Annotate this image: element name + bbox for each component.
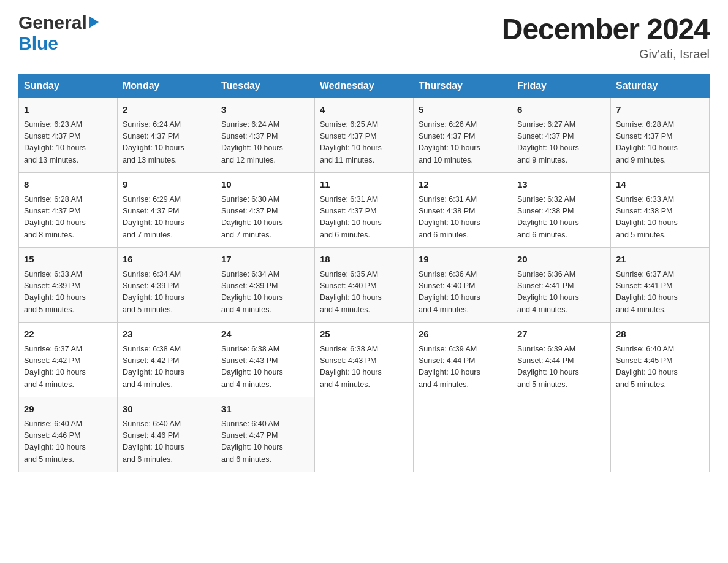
day-number: 16 [123, 253, 211, 267]
calendar-cell: 11Sunrise: 6:31 AMSunset: 4:37 PMDayligh… [315, 173, 414, 248]
calendar-cell: 28Sunrise: 6:40 AMSunset: 4:45 PMDayligh… [611, 323, 710, 397]
day-number: 9 [123, 178, 211, 192]
calendar-cell: 21Sunrise: 6:37 AMSunset: 4:41 PMDayligh… [611, 248, 710, 323]
calendar-title: December 2024 [502, 12, 710, 46]
calendar-cell [414, 397, 512, 472]
day-number: 23 [123, 327, 211, 342]
day-info: Sunrise: 6:32 AMSunset: 4:38 PMDaylight:… [517, 194, 605, 242]
calendar-week-1: 1Sunrise: 6:23 AMSunset: 4:37 PMDaylight… [19, 98, 710, 173]
day-number: 24 [221, 327, 309, 342]
calendar-cell: 10Sunrise: 6:30 AMSunset: 4:37 PMDayligh… [216, 173, 315, 248]
calendar-week-3: 15Sunrise: 6:33 AMSunset: 4:39 PMDayligh… [19, 248, 710, 323]
calendar-week-5: 29Sunrise: 6:40 AMSunset: 4:46 PMDayligh… [19, 397, 710, 472]
day-number: 19 [419, 253, 507, 267]
day-info: Sunrise: 6:36 AMSunset: 4:41 PMDaylight:… [517, 269, 605, 316]
calendar-cell: 13Sunrise: 6:32 AMSunset: 4:38 PMDayligh… [512, 173, 611, 248]
day-info: Sunrise: 6:37 AMSunset: 4:42 PMDaylight:… [24, 343, 112, 391]
calendar-cell: 19Sunrise: 6:36 AMSunset: 4:40 PMDayligh… [414, 248, 512, 323]
calendar-cell: 20Sunrise: 6:36 AMSunset: 4:41 PMDayligh… [512, 248, 611, 323]
day-number: 31 [221, 402, 309, 416]
day-info: Sunrise: 6:40 AMSunset: 4:45 PMDaylight:… [616, 343, 704, 391]
day-number: 20 [517, 253, 605, 267]
day-info: Sunrise: 6:31 AMSunset: 4:37 PMDaylight:… [320, 194, 408, 242]
day-info: Sunrise: 6:40 AMSunset: 4:46 PMDaylight:… [123, 418, 211, 466]
weekday-header-wednesday: Wednesday [315, 74, 414, 98]
calendar-cell: 18Sunrise: 6:35 AMSunset: 4:40 PMDayligh… [315, 248, 414, 323]
day-number: 22 [24, 327, 112, 342]
calendar-cell: 25Sunrise: 6:38 AMSunset: 4:43 PMDayligh… [315, 323, 414, 397]
weekday-header-friday: Friday [512, 74, 611, 98]
calendar-table: SundayMondayTuesdayWednesdayThursdayFrid… [18, 74, 710, 472]
day-info: Sunrise: 6:35 AMSunset: 4:40 PMDaylight:… [320, 269, 408, 316]
day-info: Sunrise: 6:30 AMSunset: 4:37 PMDaylight:… [221, 194, 309, 242]
day-number: 8 [24, 178, 112, 192]
day-info: Sunrise: 6:33 AMSunset: 4:38 PMDaylight:… [616, 194, 704, 242]
calendar-cell: 5Sunrise: 6:26 AMSunset: 4:37 PMDaylight… [414, 98, 512, 173]
day-number: 14 [616, 178, 704, 192]
day-info: Sunrise: 6:29 AMSunset: 4:37 PMDaylight:… [123, 194, 211, 242]
day-info: Sunrise: 6:33 AMSunset: 4:39 PMDaylight:… [24, 269, 112, 316]
day-info: Sunrise: 6:24 AMSunset: 4:37 PMDaylight:… [221, 119, 309, 167]
calendar-cell [315, 397, 414, 472]
day-info: Sunrise: 6:40 AMSunset: 4:46 PMDaylight:… [24, 418, 112, 466]
day-number: 26 [419, 327, 507, 342]
day-number: 1 [24, 103, 112, 117]
calendar-cell: 17Sunrise: 6:34 AMSunset: 4:39 PMDayligh… [216, 248, 315, 323]
day-number: 18 [320, 253, 408, 267]
day-number: 13 [517, 178, 605, 192]
calendar-week-2: 8Sunrise: 6:28 AMSunset: 4:37 PMDaylight… [19, 173, 710, 248]
day-number: 25 [320, 327, 408, 342]
day-info: Sunrise: 6:40 AMSunset: 4:47 PMDaylight:… [221, 418, 309, 466]
calendar-cell: 12Sunrise: 6:31 AMSunset: 4:38 PMDayligh… [414, 173, 512, 248]
calendar-cell: 29Sunrise: 6:40 AMSunset: 4:46 PMDayligh… [19, 397, 118, 472]
day-info: Sunrise: 6:23 AMSunset: 4:37 PMDaylight:… [24, 119, 112, 167]
calendar-header: SundayMondayTuesdayWednesdayThursdayFrid… [19, 74, 710, 98]
calendar-cell: 8Sunrise: 6:28 AMSunset: 4:37 PMDaylight… [19, 173, 118, 248]
weekday-header-thursday: Thursday [414, 74, 512, 98]
calendar-cell: 27Sunrise: 6:39 AMSunset: 4:44 PMDayligh… [512, 323, 611, 397]
calendar-cell [611, 397, 710, 472]
day-number: 29 [24, 402, 112, 416]
day-info: Sunrise: 6:34 AMSunset: 4:39 PMDaylight:… [221, 269, 309, 316]
day-number: 27 [517, 327, 605, 342]
day-info: Sunrise: 6:36 AMSunset: 4:40 PMDaylight:… [419, 269, 507, 316]
day-info: Sunrise: 6:37 AMSunset: 4:41 PMDaylight:… [616, 269, 704, 316]
calendar-cell: 24Sunrise: 6:38 AMSunset: 4:43 PMDayligh… [216, 323, 315, 397]
day-number: 21 [616, 253, 704, 267]
day-number: 30 [123, 402, 211, 416]
calendar-cell: 3Sunrise: 6:24 AMSunset: 4:37 PMDaylight… [216, 98, 315, 173]
day-number: 4 [320, 103, 408, 117]
calendar-cell: 22Sunrise: 6:37 AMSunset: 4:42 PMDayligh… [19, 323, 118, 397]
calendar-cell: 31Sunrise: 6:40 AMSunset: 4:47 PMDayligh… [216, 397, 315, 472]
calendar-cell: 26Sunrise: 6:39 AMSunset: 4:44 PMDayligh… [414, 323, 512, 397]
calendar-cell: 16Sunrise: 6:34 AMSunset: 4:39 PMDayligh… [118, 248, 216, 323]
day-number: 7 [616, 103, 704, 117]
calendar-cell: 9Sunrise: 6:29 AMSunset: 4:37 PMDaylight… [118, 173, 216, 248]
calendar-cell [512, 397, 611, 472]
day-info: Sunrise: 6:39 AMSunset: 4:44 PMDaylight:… [419, 343, 507, 391]
day-info: Sunrise: 6:39 AMSunset: 4:44 PMDaylight:… [517, 343, 605, 391]
calendar-cell: 1Sunrise: 6:23 AMSunset: 4:37 PMDaylight… [19, 98, 118, 173]
calendar-cell: 14Sunrise: 6:33 AMSunset: 4:38 PMDayligh… [611, 173, 710, 248]
title-block: December 2024 Giv'ati, Israel [502, 12, 710, 61]
day-number: 2 [123, 103, 211, 117]
calendar-body: 1Sunrise: 6:23 AMSunset: 4:37 PMDaylight… [19, 98, 710, 472]
calendar-cell: 30Sunrise: 6:40 AMSunset: 4:46 PMDayligh… [118, 397, 216, 472]
day-number: 5 [419, 103, 507, 117]
calendar-cell: 2Sunrise: 6:24 AMSunset: 4:37 PMDaylight… [118, 98, 216, 173]
logo-blue-text: Blue [18, 33, 58, 53]
weekday-header-monday: Monday [118, 74, 216, 98]
calendar-cell: 15Sunrise: 6:33 AMSunset: 4:39 PMDayligh… [19, 248, 118, 323]
logo: General Blue [18, 12, 99, 54]
calendar-subtitle: Giv'ati, Israel [502, 47, 710, 61]
calendar-cell: 23Sunrise: 6:38 AMSunset: 4:42 PMDayligh… [118, 323, 216, 397]
weekday-header-row: SundayMondayTuesdayWednesdayThursdayFrid… [19, 74, 710, 98]
calendar-cell: 7Sunrise: 6:28 AMSunset: 4:37 PMDaylight… [611, 98, 710, 173]
day-info: Sunrise: 6:38 AMSunset: 4:42 PMDaylight:… [123, 343, 211, 391]
day-info: Sunrise: 6:34 AMSunset: 4:39 PMDaylight:… [123, 269, 211, 316]
day-number: 15 [24, 253, 112, 267]
day-number: 3 [221, 103, 309, 117]
weekday-header-saturday: Saturday [611, 74, 710, 98]
day-number: 6 [517, 103, 605, 117]
day-info: Sunrise: 6:38 AMSunset: 4:43 PMDaylight:… [320, 343, 408, 391]
